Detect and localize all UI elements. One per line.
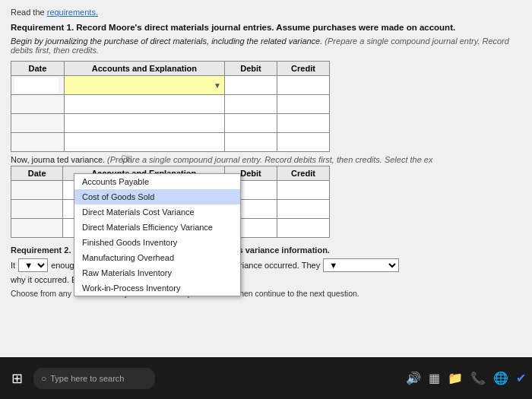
- debit-cell-4[interactable]: [224, 133, 277, 152]
- col-date-2: Date: [11, 166, 63, 181]
- debit-input-2[interactable]: [228, 97, 274, 112]
- account-cell-3[interactable]: [64, 114, 224, 133]
- req2-bold: Requirement 2.: [11, 245, 71, 255]
- read-prefix: Read the: [11, 8, 45, 17]
- taskbar-search-text: Type here to search: [50, 374, 124, 383]
- dropdown-item-wip[interactable]: Work-in-Process Inventory: [74, 280, 240, 296]
- date-cell-2-2[interactable]: [11, 200, 63, 219]
- date-cell-2-3[interactable]: [11, 219, 63, 238]
- dropdown-item-dm-cost-variance[interactable]: Direct Materials Cost Variance: [74, 204, 240, 220]
- req1-bold: Requirement 1.: [11, 23, 74, 32]
- date-input-1[interactable]: [14, 78, 59, 93]
- taskbar-check-icon[interactable]: ✔: [516, 371, 526, 385]
- credit-input-2[interactable]: [280, 97, 326, 112]
- requirements-link[interactable]: requirements.: [47, 8, 98, 17]
- dropdown-item-accounts-payable[interactable]: Accounts Payable: [74, 174, 240, 189]
- credit-cell-3[interactable]: [277, 114, 329, 133]
- dropdown-item-finished-goods[interactable]: Finished Goods Inventory: [74, 235, 240, 250]
- date-cell-2[interactable]: [11, 95, 65, 114]
- journal-table-1: Date Accounts and Explanation Debit Cred…: [11, 61, 330, 152]
- date-cell-2-1[interactable]: [11, 181, 63, 200]
- req1b-italic: (Prepare a single compound journal entry…: [107, 155, 432, 164]
- main-content: Read the requirements. Requirement 1. Re…: [0, 0, 532, 357]
- journal-table-1-wrapper: Date Accounts and Explanation Debit Cred…: [11, 61, 521, 152]
- credit-cell-4[interactable]: [277, 133, 329, 152]
- account-cell-2[interactable]: [64, 95, 224, 114]
- account-cell-1[interactable]: ▼: [64, 76, 224, 95]
- debit-cell-1[interactable]: [224, 76, 277, 95]
- date-cell-3[interactable]: [11, 114, 65, 133]
- req1b-instruction: Now, journa ted variance. (Prepare a sin…: [11, 155, 521, 164]
- windows-icon: ⊞: [11, 370, 23, 387]
- taskbar-call-icon[interactable]: 📞: [470, 371, 486, 385]
- req1b-instruction-rest: ted variance.: [57, 155, 105, 164]
- credit-cell-2-1[interactable]: [277, 181, 329, 200]
- credit-cell-2-2[interactable]: [277, 200, 329, 219]
- dropdown-item-mfg-overhead[interactable]: Manufacturing Overhead: [74, 250, 240, 265]
- req2-it-label: It: [11, 261, 15, 270]
- taskbar-browser-icon[interactable]: 🌐: [493, 371, 508, 385]
- dropdown-item-dm-efficiency-variance[interactable]: Direct Materials Efficiency Variance: [74, 220, 240, 235]
- taskbar-icons: 🔊 ▦ 📁 📞 🌐 ✔: [406, 371, 526, 385]
- req2-dropdown-2[interactable]: ▼: [323, 258, 399, 272]
- table-row: [11, 133, 330, 152]
- credit-cell-1[interactable]: [277, 76, 329, 95]
- requirement1-title: Requirement 1. Record Moore's direct mat…: [11, 23, 521, 32]
- taskbar: ⊞ ○ Type here to search 🔊 ▦ 📁 📞 🌐 ✔: [0, 357, 532, 399]
- credit-input-2-3[interactable]: [280, 220, 326, 236]
- debit-input-3[interactable]: [228, 116, 274, 131]
- col-credit-2: Credit: [277, 166, 329, 181]
- table-row: ▼: [11, 76, 330, 95]
- read-requirements-line: Read the requirements.: [11, 8, 521, 17]
- col-accounts-1: Accounts and Explanation: [64, 62, 224, 76]
- credit-input-4[interactable]: [280, 135, 326, 150]
- taskbar-search-icon: ○: [41, 373, 46, 384]
- taskbar-file-icon[interactable]: 📁: [448, 371, 463, 385]
- table-row: [11, 95, 330, 114]
- credit-input-3[interactable]: [280, 116, 326, 131]
- dropdown-item-cost-goods-sold[interactable]: Cost of Goods Sold: [74, 189, 240, 204]
- dropdown-item-raw-materials[interactable]: Raw Materials Inventory: [74, 265, 240, 280]
- credit-cell-2[interactable]: [277, 95, 329, 114]
- credit-input-2-1[interactable]: [280, 182, 326, 198]
- start-button[interactable]: ⊞: [6, 368, 27, 389]
- date-cell-4[interactable]: [11, 133, 65, 152]
- dropdown-arrow-icon[interactable]: ▼: [214, 81, 221, 90]
- account-cell-4[interactable]: [64, 133, 224, 152]
- date-cell-1[interactable]: [11, 76, 65, 95]
- credit-input-2-2[interactable]: [280, 201, 326, 217]
- debit-cell-3[interactable]: [224, 114, 277, 133]
- table-row: [11, 114, 330, 133]
- taskbar-search[interactable]: ○ Type here to search: [33, 368, 155, 389]
- debit-input-1[interactable]: [228, 78, 274, 93]
- col-date-1: Date: [11, 62, 65, 76]
- col-debit-1: Debit: [224, 62, 277, 76]
- req1-instruction: Begin by journalizing the purchase of di…: [11, 36, 521, 55]
- taskbar-display-icon[interactable]: ▦: [429, 371, 440, 385]
- col-credit-1: Credit: [277, 62, 329, 76]
- debit-input-4[interactable]: [228, 135, 274, 150]
- debit-cell-2[interactable]: [224, 95, 277, 114]
- req1-text: Record Moore's direct materials journal …: [76, 23, 455, 32]
- credit-cell-2-3[interactable]: [277, 219, 329, 238]
- req2-dropdown-1[interactable]: ▼: [18, 258, 48, 272]
- taskbar-volume-icon[interactable]: 🔊: [406, 371, 421, 385]
- req1-inst-text: Begin by journalizing the purchase of di…: [11, 36, 322, 46]
- credit-input-1[interactable]: [280, 78, 326, 93]
- accounts-dropdown[interactable]: Accounts Payable Cost of Goods Sold Dire…: [74, 173, 241, 296]
- req1b-now-journa: Now, journa: [11, 155, 55, 164]
